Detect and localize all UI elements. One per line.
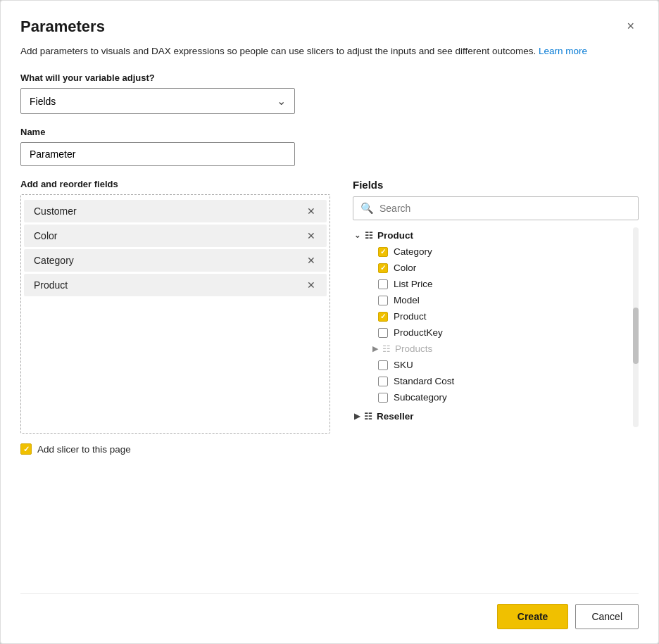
field-label-product: Product	[34, 279, 68, 291]
tree-item-standardcost[interactable]: Standard Cost	[353, 373, 632, 389]
checkbox-category[interactable]	[378, 247, 388, 257]
table-product-icon: ☷	[365, 230, 373, 241]
parameters-dialog: Parameters × Add parameters to visuals a…	[0, 0, 659, 644]
checkbox-productkey[interactable]	[378, 328, 388, 338]
field-label-color: Color	[34, 230, 57, 241]
tree-item-category[interactable]: Category	[353, 244, 632, 260]
tree-item-subcategory-label: Subcategory	[394, 392, 447, 403]
tree-item-sku-label: SKU	[394, 360, 413, 370]
table-products-icon: ☷	[382, 343, 391, 354]
tree-item-product[interactable]: Product	[353, 308, 632, 324]
tree-group-reseller-header[interactable]: ▶ ☷ Reseller	[353, 408, 632, 424]
tree-group-product-label: Product	[377, 230, 413, 241]
field-item-product: Product ✕	[24, 274, 327, 296]
chevron-products-icon: ▶	[372, 344, 378, 353]
remove-customer-button[interactable]: ✕	[306, 206, 317, 217]
remove-color-button[interactable]: ✕	[306, 230, 317, 241]
checkbox-model[interactable]	[378, 296, 388, 305]
cancel-button[interactable]: Cancel	[575, 604, 639, 629]
add-reorder-label: Add and reorder fields	[20, 179, 330, 189]
tree-group-reseller-label: Reseller	[377, 411, 414, 422]
dialog-header: Parameters ×	[20, 18, 639, 36]
checkbox-listprice[interactable]	[378, 279, 388, 289]
checkbox-product[interactable]	[378, 312, 388, 322]
tree-group-product: ⌄ ☷ Product Category Color	[353, 227, 632, 405]
tree-item-product-label: Product	[394, 311, 427, 322]
tree-item-category-label: Category	[394, 246, 432, 257]
dialog-title: Parameters	[20, 18, 105, 36]
right-column: Fields 🔍 ⌄ ☷ Product	[353, 179, 639, 576]
variable-section-label: What will your variable adjust?	[20, 72, 639, 83]
chevron-down-icon: ⌄	[277, 94, 286, 108]
checkbox-color[interactable]	[378, 263, 388, 273]
field-item-category: Category ✕	[24, 249, 327, 272]
tree-item-color-label: Color	[394, 263, 416, 273]
tree-item-listprice-label: List Price	[394, 279, 433, 289]
chevron-reseller-icon: ▶	[354, 412, 360, 421]
add-slicer-checkbox[interactable]	[20, 443, 32, 455]
tree-item-productkey-label: ProductKey	[394, 327, 443, 338]
checkbox-standardcost[interactable]	[378, 377, 388, 386]
search-icon: 🔍	[360, 202, 374, 215]
table-reseller-icon: ☷	[364, 411, 372, 422]
tree-item-listprice[interactable]: List Price	[353, 276, 632, 292]
field-item-color: Color ✕	[24, 225, 327, 247]
tree-subgroup-products-label: Products	[395, 343, 432, 354]
description-text: Add parameters to visuals and DAX expres…	[20, 44, 639, 58]
left-column: Add and reorder fields Customer ✕ Color …	[20, 179, 330, 576]
checkbox-sku[interactable]	[378, 360, 388, 370]
create-button[interactable]: Create	[497, 604, 569, 629]
name-section-label: Name	[20, 127, 639, 137]
search-input[interactable]	[379, 203, 631, 214]
fields-list-box: Customer ✕ Color ✕ Category ✕ Product ✕	[20, 194, 330, 434]
name-input[interactable]	[20, 142, 295, 166]
scrollbar-thumb[interactable]	[633, 308, 639, 364]
tree-item-model[interactable]: Model	[353, 292, 632, 308]
tree-group-product-header[interactable]: ⌄ ☷ Product	[353, 227, 632, 244]
fields-panel-title: Fields	[353, 179, 639, 191]
tree-item-color[interactable]: Color	[353, 260, 632, 276]
add-slicer-label: Add slicer to this page	[37, 444, 131, 455]
search-box[interactable]: 🔍	[353, 196, 639, 220]
tree-item-subcategory[interactable]: Subcategory	[353, 389, 632, 405]
checkbox-subcategory[interactable]	[378, 393, 388, 403]
tree-item-productkey[interactable]: ProductKey	[353, 324, 632, 341]
tree-item-model-label: Model	[394, 295, 420, 305]
variable-dropdown[interactable]: Fields ⌄	[20, 88, 295, 114]
field-item-customer: Customer ✕	[24, 200, 327, 222]
tree-item-standardcost-label: Standard Cost	[394, 376, 454, 386]
tree-subgroup-products-header[interactable]: ▶ ☷ Products	[353, 341, 632, 357]
two-col-layout: Add and reorder fields Customer ✕ Color …	[20, 179, 639, 576]
field-label-category: Category	[34, 255, 74, 266]
dialog-footer: Create Cancel	[20, 593, 639, 629]
fields-tree-wrapper: ⌄ ☷ Product Category Color	[353, 227, 639, 427]
remove-product-button[interactable]: ✕	[306, 279, 317, 291]
dropdown-value: Fields	[30, 96, 56, 107]
remove-category-button[interactable]: ✕	[306, 255, 317, 266]
fields-tree: ⌄ ☷ Product Category Color	[353, 227, 632, 427]
add-slicer-row: Add slicer to this page	[20, 443, 330, 455]
learn-more-link[interactable]: Learn more	[539, 46, 587, 56]
field-label-customer: Customer	[34, 206, 77, 217]
chevron-product-icon: ⌄	[354, 231, 360, 240]
scrollbar-track	[633, 227, 639, 427]
tree-item-sku[interactable]: SKU	[353, 357, 632, 373]
tree-group-reseller: ▶ ☷ Reseller	[353, 408, 632, 424]
close-button[interactable]: ×	[622, 18, 639, 35]
